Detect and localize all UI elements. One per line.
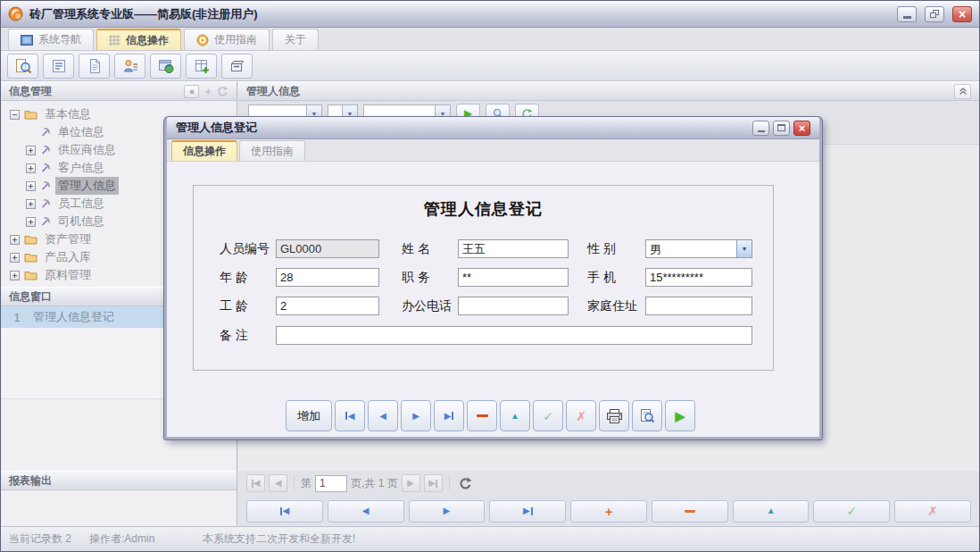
name-field[interactable] — [458, 239, 569, 258]
collapse-panel-icon[interactable]: « — [184, 85, 199, 98]
tool-icon — [40, 145, 51, 155]
folder-icon — [24, 109, 37, 120]
folder-icon — [24, 234, 37, 245]
cancel-record-button[interactable]: ✗ — [894, 500, 971, 523]
archive-drawer-icon[interactable] — [221, 54, 253, 79]
page-number-input[interactable] — [315, 475, 347, 492]
next-page-icon[interactable]: ▶ — [402, 474, 420, 492]
record-count-label: 当前记录数 2 — [9, 531, 89, 547]
record-nav-bar: ◀ ◀ ▶ ▶ + ▲ ✓ ✗ — [238, 498, 979, 524]
tab-user-guide[interactable]: 使用指南 — [184, 29, 270, 50]
person-id-field[interactable] — [276, 239, 379, 258]
first-page-icon[interactable]: ◀ — [246, 474, 265, 492]
pagination-bar: ◀ ◀ 第 页,共 1 页 ▶ ▶ — [238, 471, 979, 496]
main-tabbar: 系统导航 信息操作 使用指南 关于 — [1, 28, 979, 51]
expand-expander-icon[interactable] — [26, 181, 36, 191]
report-output-header: 报表输出 — [1, 471, 237, 490]
age-field[interactable] — [276, 268, 379, 287]
print-preview-button[interactable] — [632, 400, 662, 431]
delete-record-button[interactable] — [652, 500, 728, 523]
guide-clock-icon — [196, 34, 209, 46]
delete-button[interactable] — [467, 400, 497, 431]
folder-icon — [24, 270, 37, 280]
system-nav-icon — [21, 35, 33, 46]
window-title: 砖厂管理系统专业版——简易版(非注册用户) — [29, 6, 889, 22]
dialog-close-icon[interactable]: × — [793, 121, 810, 136]
main-toolbar — [1, 51, 979, 81]
first-button[interactable]: ◀ — [335, 400, 365, 431]
next-button[interactable]: ▶ — [401, 400, 431, 431]
add-record-button[interactable]: + — [570, 500, 647, 523]
person-id-label: 人员编号 — [220, 239, 270, 258]
tool-icon — [40, 127, 51, 138]
grid-icon — [109, 35, 120, 46]
document-icon[interactable] — [79, 54, 110, 79]
manager-registration-dialog: 管理人信息登记 × 信息操作 使用指南 管理人信息登记 人员编号 姓 名 性 别… — [164, 117, 822, 439]
printer-icon — [606, 408, 623, 424]
gender-select[interactable]: 男 ▼ — [645, 239, 752, 258]
prev-button[interactable]: ◀ — [368, 400, 398, 431]
page-prefix-label: 第 — [301, 476, 311, 491]
refresh-tree-icon[interactable] — [217, 86, 228, 97]
office-phone-label: 办公电话 — [402, 297, 452, 315]
page-total-label: 页,共 1 页 — [351, 476, 398, 491]
save-button[interactable]: ✓ — [533, 400, 563, 431]
dialog-maximize-icon[interactable] — [773, 121, 790, 136]
remark-label: 备 注 — [220, 326, 248, 345]
remark-field[interactable] — [276, 326, 752, 345]
print-button[interactable] — [599, 400, 629, 431]
last-record-button[interactable]: ▶ — [489, 500, 566, 523]
form-icon[interactable] — [43, 54, 74, 79]
edit-button[interactable]: ▲ — [500, 400, 530, 431]
mobile-field[interactable] — [645, 268, 752, 287]
expand-expander-icon[interactable] — [26, 146, 36, 155]
work-years-field[interactable] — [276, 297, 379, 315]
expand-expander-icon[interactable] — [26, 199, 36, 209]
dialog-minimize-icon[interactable] — [752, 121, 769, 136]
position-label: 职 务 — [402, 268, 430, 287]
expand-expander-icon[interactable] — [10, 235, 20, 245]
tool-icon — [40, 216, 51, 227]
tab-system-nav[interactable]: 系统导航 — [8, 29, 94, 50]
close-icon[interactable]: × — [952, 6, 972, 22]
minimize-icon[interactable] — [897, 6, 917, 22]
refresh-grid-icon[interactable] — [459, 477, 472, 490]
expand-expander-icon[interactable] — [10, 253, 20, 263]
office-phone-field[interactable] — [458, 297, 569, 315]
user-icon[interactable] — [114, 54, 145, 79]
window-globe-icon[interactable] — [150, 54, 181, 79]
tool-icon — [40, 180, 51, 191]
table-add-icon[interactable] — [186, 54, 217, 79]
confirm-record-button[interactable]: ✓ — [813, 500, 890, 523]
prev-page-icon[interactable]: ◀ — [269, 474, 287, 492]
collapse-up-icon[interactable] — [954, 84, 971, 99]
cancel-button[interactable]: ✗ — [566, 400, 596, 431]
search-icon[interactable] — [7, 54, 38, 79]
home-address-field[interactable] — [645, 297, 752, 315]
position-field[interactable] — [458, 268, 569, 287]
expand-expander-icon[interactable] — [10, 271, 20, 280]
expand-expander-icon[interactable] — [26, 163, 36, 173]
name-label: 姓 名 — [402, 239, 430, 258]
last-page-icon[interactable]: ▶ — [424, 474, 443, 492]
chevron-down-icon[interactable]: ▼ — [736, 240, 752, 257]
execute-button[interactable]: ▶ — [665, 400, 695, 431]
next-record-button[interactable]: ▶ — [409, 500, 486, 523]
status-message: 本系统支持二次开发和全新开发! — [203, 531, 355, 547]
restore-icon[interactable] — [925, 6, 944, 22]
collapse-expander-icon[interactable] — [10, 110, 20, 120]
tab-about[interactable]: 关于 — [272, 29, 319, 50]
edit-record-button[interactable]: ▲ — [733, 500, 810, 523]
dialog-tab-user-guide[interactable]: 使用指南 — [239, 140, 305, 161]
expand-expander-icon[interactable] — [26, 217, 36, 227]
first-record-button[interactable]: ◀ — [246, 500, 323, 523]
dialog-tab-info-ops[interactable]: 信息操作 — [171, 140, 237, 161]
preview-icon — [639, 408, 655, 424]
tool-icon — [40, 163, 51, 173]
prev-record-button[interactable]: ◀ — [328, 500, 404, 523]
tab-info-ops[interactable]: 信息操作 — [96, 29, 181, 50]
last-button[interactable]: ▶ — [434, 400, 464, 431]
add-button[interactable]: 增加 — [286, 400, 332, 431]
add-node-icon[interactable]: + — [204, 85, 212, 98]
info-mgmt-header: 信息管理 « + — [1, 81, 237, 101]
